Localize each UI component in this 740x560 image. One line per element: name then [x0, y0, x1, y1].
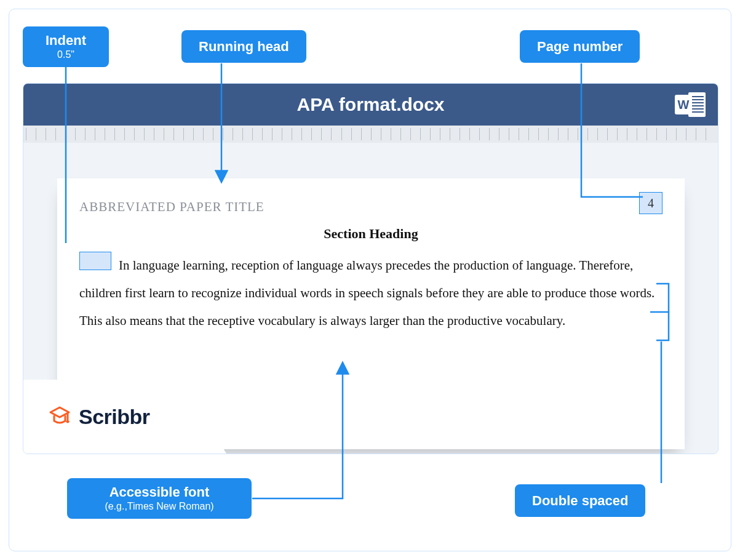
body-text: In language learning, reception of langu…: [79, 252, 662, 335]
callout-accessible-font: Accessible font (e.g.,Times New Roman): [67, 478, 252, 519]
page-area: ABBREVIATED PAPER TITLE 4 Section Headin…: [23, 143, 718, 454]
page-number-value: 4: [648, 196, 654, 210]
callout-page-number-label: Page number: [537, 39, 623, 54]
callout-accessible-font-label: Accessible font: [109, 484, 210, 500]
window-titlebar: APA format.docx W: [23, 84, 718, 126]
document-filename: APA format.docx: [296, 94, 444, 114]
callout-double-spaced: Double spaced: [515, 484, 645, 517]
svg-text:W: W: [678, 98, 690, 111]
callout-running-head: Running head: [181, 30, 306, 63]
svg-rect-3: [690, 102, 704, 103]
callout-double-spaced-label: Double spaced: [532, 493, 628, 508]
callout-indent-label: Indent: [46, 33, 86, 48]
svg-rect-5: [690, 108, 704, 110]
scribbr-logo-text: Scribbr: [79, 405, 150, 429]
scribbr-logo-icon: [47, 404, 73, 430]
callout-indent-sub: 0.5": [29, 49, 103, 60]
body-paragraph: In language learning, reception of langu…: [79, 252, 662, 335]
running-head-text: ABBREVIATED PAPER TITLE: [79, 199, 662, 215]
svg-rect-1: [690, 96, 704, 97]
callout-page-number: Page number: [520, 30, 640, 63]
callout-accessible-font-sub: (e.g.,Times New Roman): [76, 501, 243, 512]
page-number-box: 4: [639, 192, 662, 214]
section-heading: Section Heading: [79, 226, 662, 242]
document-window: APA format.docx W ABBREVIATED PAPER TITL: [23, 83, 718, 454]
svg-rect-6: [690, 111, 704, 113]
ruler: [23, 126, 718, 143]
indent-highlight-box: [79, 252, 111, 270]
svg-rect-4: [690, 105, 704, 106]
word-icon: W: [675, 91, 707, 118]
callout-indent: Indent 0.5": [23, 26, 109, 67]
svg-rect-2: [690, 99, 704, 100]
diagram-canvas: Indent 0.5" Running head Page number APA…: [9, 9, 731, 551]
callout-running-head-label: Running head: [199, 39, 289, 54]
